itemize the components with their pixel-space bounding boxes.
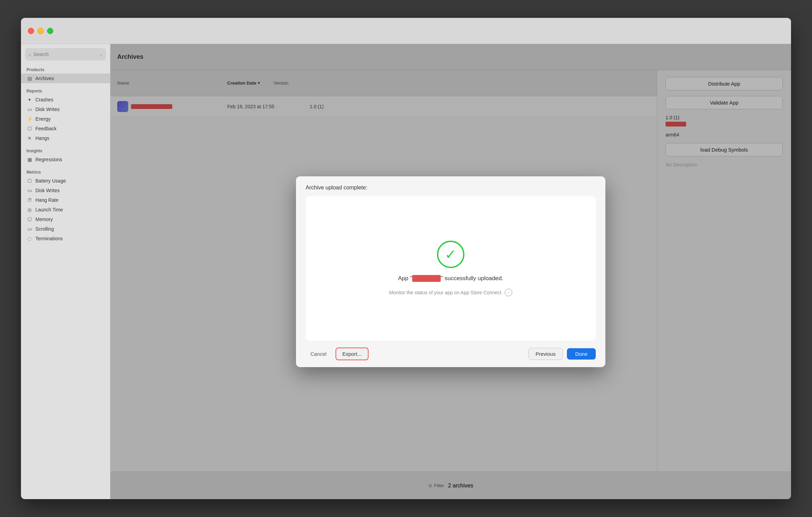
search-icon: ⌕ bbox=[29, 52, 31, 57]
feedback-icon: ☐ bbox=[26, 126, 33, 131]
sidebar-item-memory[interactable]: ☐ Memory bbox=[21, 214, 110, 224]
sidebar-item-battery-usage-label: Battery Usage bbox=[35, 178, 66, 184]
sidebar-item-energy[interactable]: ⚡ Energy bbox=[21, 114, 110, 124]
cancel-button[interactable]: Cancel bbox=[306, 348, 331, 360]
modal-body: ✓ App "AppName" successfully uploaded. M… bbox=[306, 196, 596, 341]
search-clear-icon[interactable]: ⌄ bbox=[99, 52, 102, 57]
sidebar-item-scrolling[interactable]: ▭ Scrolling bbox=[21, 224, 110, 234]
modal-title: Archive upload complete: bbox=[306, 185, 367, 190]
upload-complete-modal: Archive upload complete: ✓ App "AppName"… bbox=[296, 176, 605, 367]
archives-panel: Archives Name Creation Date ▾ Version Fe… bbox=[110, 44, 791, 499]
sidebar-item-disk-writes-reports[interactable]: ▭ Disk Writes bbox=[21, 104, 110, 114]
monitor-message: Monitor the status of your app on App St… bbox=[389, 289, 512, 296]
regressions-icon: ▦ bbox=[26, 157, 33, 162]
disk-writes-metrics-icon: ▭ bbox=[26, 188, 33, 193]
sidebar-item-crashes[interactable]: ✦ Crashes bbox=[21, 95, 110, 104]
previous-button[interactable]: Previous bbox=[528, 348, 563, 360]
done-button[interactable]: Done bbox=[567, 348, 596, 360]
scrolling-icon: ▭ bbox=[26, 226, 33, 232]
sidebar: ⌕ ⌄ Products ▤ Archives Reports ✦ Crashe… bbox=[21, 44, 110, 499]
archives-icon: ▤ bbox=[26, 76, 33, 81]
sidebar-item-disk-writes-metrics-label: Disk Writes bbox=[35, 188, 60, 193]
sidebar-item-archives-label: Archives bbox=[35, 76, 54, 81]
sidebar-item-terminations-label: Terminations bbox=[35, 236, 63, 241]
monitor-message-text: Monitor the status of your app on App St… bbox=[389, 290, 503, 295]
terminations-icon: ◌ bbox=[26, 236, 33, 241]
sidebar-item-launch-time[interactable]: ◎ Launch Time bbox=[21, 205, 110, 214]
main-window: ⌕ ⌄ Products ▤ Archives Reports ✦ Crashe… bbox=[21, 18, 791, 499]
modal-header: Archive upload complete: bbox=[296, 176, 605, 196]
sidebar-item-disk-writes-metrics[interactable]: ▭ Disk Writes bbox=[21, 186, 110, 195]
insights-section-label: Insights bbox=[21, 146, 110, 155]
search-input[interactable] bbox=[33, 52, 97, 57]
sidebar-item-battery-usage[interactable]: ☐ Battery Usage bbox=[21, 176, 110, 186]
hang-rate-icon: ⏱ bbox=[26, 197, 33, 203]
app-name-redacted-modal: AppName bbox=[412, 275, 441, 282]
sidebar-item-launch-time-label: Launch Time bbox=[35, 207, 63, 212]
memory-icon: ☐ bbox=[26, 217, 33, 222]
sidebar-item-energy-label: Energy bbox=[35, 116, 51, 122]
sidebar-item-terminations[interactable]: ◌ Terminations bbox=[21, 234, 110, 243]
modal-overlay: Archive upload complete: ✓ App "AppName"… bbox=[110, 44, 791, 499]
reports-section-label: Reports bbox=[21, 86, 110, 95]
sidebar-item-hang-rate[interactable]: ⏱ Hang Rate bbox=[21, 195, 110, 205]
success-checkmark-icon: ✓ bbox=[445, 248, 457, 261]
sidebar-item-archives[interactable]: ▤ Archives bbox=[21, 74, 110, 83]
hangs-icon: ✕ bbox=[26, 135, 33, 141]
titlebar bbox=[21, 18, 791, 44]
external-link-icon[interactable]: → bbox=[505, 289, 512, 296]
close-button[interactable] bbox=[28, 28, 34, 34]
energy-icon: ⚡ bbox=[26, 116, 33, 122]
sidebar-item-hang-rate-label: Hang Rate bbox=[35, 197, 58, 203]
search-bar[interactable]: ⌕ ⌄ bbox=[25, 48, 106, 60]
launch-time-icon: ◎ bbox=[26, 207, 33, 212]
main-content: ⌕ ⌄ Products ▤ Archives Reports ✦ Crashe… bbox=[21, 44, 791, 499]
maximize-button[interactable] bbox=[47, 28, 53, 34]
sidebar-item-feedback-label: Feedback bbox=[35, 126, 56, 131]
success-circle: ✓ bbox=[437, 241, 464, 268]
sidebar-item-regressions[interactable]: ▦ Regressions bbox=[21, 155, 110, 164]
metrics-section-label: Metrics bbox=[21, 167, 110, 176]
minimize-button[interactable] bbox=[37, 28, 44, 34]
sidebar-item-hangs[interactable]: ✕ Hangs bbox=[21, 133, 110, 143]
disk-writes-reports-icon: ▭ bbox=[26, 107, 33, 112]
sidebar-item-feedback[interactable]: ☐ Feedback bbox=[21, 124, 110, 133]
sidebar-item-memory-label: Memory bbox=[35, 217, 53, 222]
traffic-lights bbox=[28, 28, 53, 34]
sidebar-item-regressions-label: Regressions bbox=[35, 157, 62, 162]
upload-success-message: App "AppName" successfully uploaded. bbox=[398, 275, 503, 282]
sidebar-item-scrolling-label: Scrolling bbox=[35, 226, 54, 232]
products-section-label: Products bbox=[21, 65, 110, 74]
sidebar-item-crashes-label: Crashes bbox=[35, 97, 53, 102]
sidebar-item-hangs-label: Hangs bbox=[35, 135, 49, 141]
export-button[interactable]: Export... bbox=[336, 348, 369, 360]
modal-footer: Cancel Export... Previous Done bbox=[296, 341, 605, 367]
crashes-icon: ✦ bbox=[26, 97, 33, 102]
battery-usage-icon: ☐ bbox=[26, 178, 33, 184]
sidebar-item-disk-writes-reports-label: Disk Writes bbox=[35, 107, 60, 112]
